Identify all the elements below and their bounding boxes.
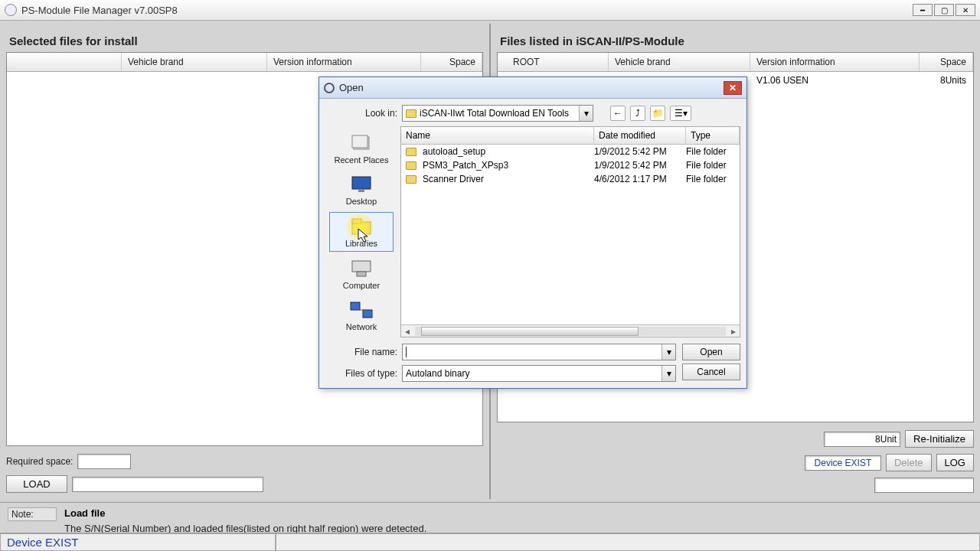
network-icon [349, 299, 374, 321]
required-space-value [77, 454, 131, 469]
recent-places-icon [349, 132, 374, 154]
view-menu-icon[interactable]: ☰▾ [670, 106, 691, 121]
filelist-col-type[interactable]: Type [686, 127, 740, 144]
note-heading: Load file [64, 507, 903, 519]
app-icon [5, 4, 17, 16]
right-col-space[interactable]: Space [920, 53, 973, 71]
filetype-combo[interactable]: Autoland binary ▾ [402, 365, 676, 382]
folder-icon [406, 148, 416, 156]
window-title: PS-Module File Manager v7.00SP8 [21, 5, 911, 16]
maximize-button[interactable]: ▢ [934, 4, 954, 16]
svg-rect-3 [358, 189, 364, 192]
scroll-left-icon[interactable]: ◂ [401, 326, 413, 337]
filelist-col-date[interactable]: Date modified [594, 127, 686, 144]
load-status-box [72, 477, 263, 492]
dialog-cancel-button[interactable]: Cancel [682, 364, 740, 380]
place-network[interactable]: Network [329, 296, 394, 334]
filename-label: File name: [325, 347, 397, 357]
chevron-down-icon[interactable]: ▾ [662, 366, 675, 381]
cursor-icon [358, 228, 370, 243]
file-row[interactable]: Scanner Driver4/6/2012 1:17 PMFile folde… [401, 172, 740, 186]
new-folder-icon[interactable]: 📁 [650, 106, 665, 121]
chevron-down-icon[interactable]: ▾ [662, 344, 675, 360]
filetype-value: Autoland binary [406, 368, 469, 379]
scroll-right-icon[interactable]: ▸ [727, 326, 740, 337]
dialog-open-button[interactable]: Open [682, 344, 740, 360]
place-desktop[interactable]: Desktop [329, 171, 394, 209]
filetype-label: Files of type: [325, 368, 397, 379]
device-exist-box: Device EXIST [805, 455, 881, 471]
svg-rect-2 [352, 177, 371, 189]
folder-icon [406, 175, 416, 184]
desktop-icon [349, 174, 374, 195]
svg-rect-5 [352, 219, 361, 223]
extra-box [874, 478, 974, 493]
filename-input[interactable]: ▾ [402, 344, 676, 360]
window-titlebar: PS-Module File Manager v7.00SP8 ━ ▢ ✕ [0, 0, 980, 21]
right-col-version[interactable]: Version information [750, 53, 920, 71]
folder-icon [406, 161, 416, 170]
horizontal-scrollbar[interactable]: ◂ ▸ [401, 324, 740, 337]
lookin-label: Look in: [325, 108, 397, 119]
load-button[interactable]: LOAD [6, 475, 67, 493]
minimize-button[interactable]: ━ [913, 4, 933, 16]
filelist-col-name[interactable]: Name [401, 127, 594, 144]
place-label: Computer [343, 281, 380, 290]
place-label: Recent Places [335, 155, 389, 165]
scroll-thumb[interactable] [421, 327, 639, 336]
lookin-value: iSCAN-IIwt Total Download EN Tools [420, 108, 569, 119]
place-label: Network [346, 322, 377, 331]
nav-up-icon[interactable]: ⤴ [630, 106, 645, 121]
left-col-brand[interactable]: Vehicle brand [122, 53, 267, 71]
right-root-label[interactable]: ROOT [498, 53, 609, 71]
left-col-space[interactable]: Space [421, 53, 482, 71]
dialog-title: Open [339, 82, 724, 93]
required-space-label: Required space: [6, 456, 73, 467]
left-col-version[interactable]: Version information [267, 53, 421, 71]
open-dialog: Open ✕ Look in: iSCAN-IIwt Total Downloa… [318, 77, 747, 389]
svg-rect-1 [352, 135, 368, 148]
close-button[interactable]: ✕ [956, 4, 975, 16]
file-row[interactable]: PSM3_Patch_XPsp31/9/2012 5:42 PMFile fol… [401, 158, 740, 172]
log-button[interactable]: LOG [936, 454, 974, 471]
place-label: Desktop [346, 197, 377, 206]
left-col-file[interactable] [7, 53, 122, 71]
status-spacer [276, 533, 980, 551]
status-device: Device EXIST [0, 533, 276, 551]
lookin-combo[interactable]: iSCAN-IIwt Total Download EN Tools ▾ [402, 105, 593, 122]
status-bar: Device EXIST [0, 533, 980, 551]
file-list: Name Date modified Type autoload_setup1/… [400, 126, 740, 337]
dialog-close-button[interactable]: ✕ [724, 81, 742, 95]
place-computer[interactable]: Computer [329, 255, 394, 293]
chevron-down-icon[interactable]: ▾ [579, 106, 593, 121]
reinitialize-button[interactable]: Re-Initialize [905, 430, 974, 448]
dialog-icon [324, 83, 335, 93]
svg-rect-8 [351, 302, 360, 310]
note-label: Note: [8, 507, 57, 521]
svg-rect-7 [357, 272, 366, 276]
svg-rect-6 [352, 261, 371, 272]
delete-button[interactable]: Delete [886, 454, 932, 471]
dialog-titlebar: Open ✕ [319, 77, 746, 99]
file-row[interactable]: autoload_setup1/9/2012 5:42 PMFile folde… [401, 145, 740, 158]
right-panel-title: Files listed in iSCAN-II/PS-Module [497, 27, 974, 52]
computer-icon [349, 258, 374, 279]
left-panel-title: Selected files for install [6, 27, 483, 52]
units-box: 8Unit [824, 432, 900, 447]
svg-rect-9 [363, 310, 372, 318]
folder-icon [406, 109, 416, 118]
right-col-brand[interactable]: Vehicle brand [609, 53, 750, 71]
nav-back-icon[interactable]: ← [610, 106, 626, 121]
place-recent[interactable]: Recent Places [329, 129, 394, 168]
